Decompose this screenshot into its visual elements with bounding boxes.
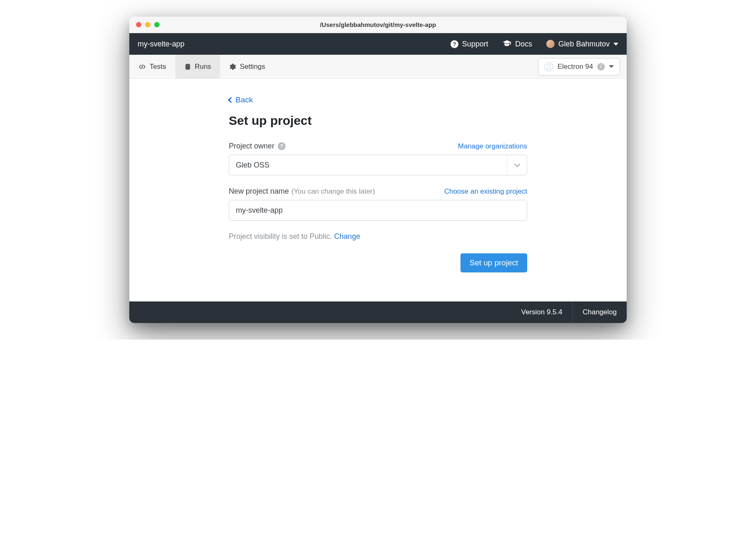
tab-tests-label: Tests [150,63,166,71]
visibility-status: Project visibility is set to Public. [229,232,334,240]
help-icon[interactable]: ? [278,142,286,150]
choose-existing-project-link[interactable]: Choose an existing project [444,187,527,196]
chevron-down-icon [613,43,618,46]
browser-label: Electron 94 [557,63,593,71]
project-owner-label: Project owner [229,142,274,151]
page-title: Set up project [229,114,527,128]
project-owner-value: Gleb OSS [236,161,269,170]
database-icon [184,63,191,70]
visibility-text: Project visibility is set to Public. Cha… [229,232,527,241]
support-label: Support [462,40,488,49]
user-menu[interactable]: Gleb Bahmutov [546,40,618,49]
close-window-button[interactable] [136,22,141,27]
back-label: Back [235,95,253,104]
changelog-link[interactable]: Changelog [573,301,627,323]
project-name-label: New project name [229,187,289,196]
traffic-lights [129,22,160,27]
gear-icon [229,63,236,70]
main-content: Back Set up project Project owner ? Mana… [129,79,627,301]
window-title: /Users/glebbahmutov/git/my-svelte-app [129,21,627,28]
tabbar: Tests Runs Settings Electron 94 i [129,55,627,79]
tab-settings[interactable]: Settings [220,55,274,78]
manage-organizations-link[interactable]: Manage organizations [458,142,527,151]
chevron-down-icon [609,65,614,68]
browser-selector[interactable]: Electron 94 i [538,58,620,75]
docs-label: Docs [515,40,532,49]
project-owner-field: Project owner ? Manage organizations Gle… [229,142,527,175]
app-name: my-svelte-app [138,40,451,49]
electron-icon [544,62,553,71]
avatar [546,40,555,48]
project-owner-select[interactable]: Gleb OSS [229,155,527,175]
chevron-down-icon [507,155,527,175]
topbar: my-svelte-app ? Support Docs Gleb Bahmut… [129,33,627,55]
code-icon [138,64,146,70]
chevron-left-icon [228,97,234,103]
setup-project-button[interactable]: Set up project [460,253,527,272]
change-visibility-link[interactable]: Change [334,232,360,240]
app-window: /Users/glebbahmutov/git/my-svelte-app my… [129,17,627,323]
user-name: Gleb Bahmutov [558,40,610,49]
support-link[interactable]: ? Support [451,40,488,49]
tab-settings-label: Settings [240,63,265,71]
tab-runs[interactable]: Runs [175,55,220,78]
minimize-window-button[interactable] [145,22,150,27]
graduation-cap-icon [502,40,511,49]
footer: Version 9.5.4 Changelog [129,301,627,323]
docs-link[interactable]: Docs [502,40,532,49]
back-link[interactable]: Back [229,95,527,104]
project-name-field: New project name (You can change this la… [229,187,527,221]
maximize-window-button[interactable] [154,22,160,27]
tab-runs-label: Runs [195,63,211,71]
info-icon: i [597,63,605,70]
project-name-input[interactable] [229,200,527,221]
version-label: Version 9.5.4 [511,301,572,323]
project-name-hint: (You can change this later) [291,187,375,196]
titlebar: /Users/glebbahmutov/git/my-svelte-app [129,17,627,33]
tab-tests[interactable]: Tests [129,55,175,78]
svg-point-0 [185,63,190,66]
help-icon: ? [451,40,458,48]
